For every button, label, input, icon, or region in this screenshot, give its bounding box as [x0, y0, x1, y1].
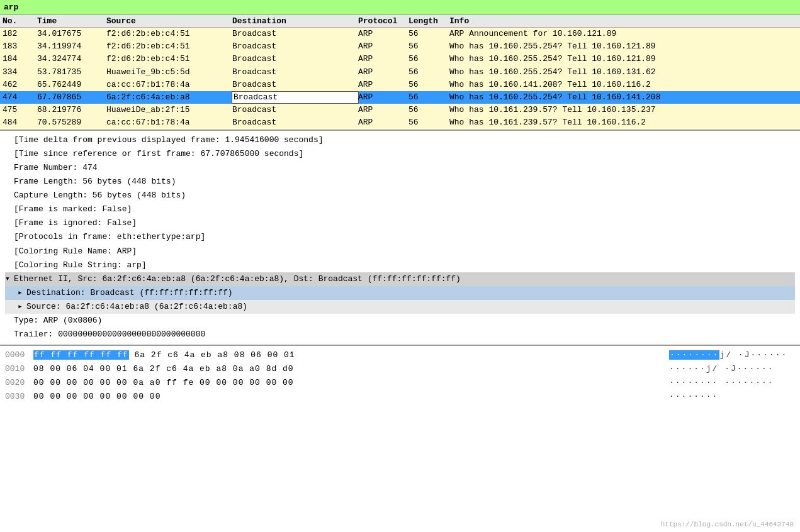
hex-bytes: 00 00 00 00 00 00 0a a0 ff fe 00 00 00 0… [33, 377, 669, 389]
detail-line: Frame Length: 56 bytes (448 bits) [5, 175, 795, 189]
hex-ascii: ······j/ ·J······ [669, 363, 795, 375]
pkt-no: 184 [3, 53, 37, 65]
detail-line: [Time delta from previous displayed fram… [5, 133, 795, 147]
sub-arrow-icon: ▸ [18, 287, 26, 299]
pkt-proto: ARP [358, 104, 408, 116]
pkt-time: 34.017675 [37, 28, 106, 40]
table-row[interactable]: 462 65.762449 ca:cc:67:b1:78:4a Broadcas… [0, 79, 800, 91]
packet-list: No. Time Source Destination Protocol Len… [0, 15, 800, 131]
pkt-proto: ARP [358, 41, 408, 52]
col-no-header: No. [3, 16, 37, 26]
pkt-info: ARP Announcement for 10.160.121.89 [449, 28, 797, 40]
filter-bar[interactable]: arp [0, 0, 800, 15]
detail-pane: [Time delta from previous displayed fram… [0, 131, 800, 346]
pkt-src: f2:d6:2b:eb:c4:51 [106, 53, 232, 65]
trailer-text: Trailer: 000000000000000000000000000000 [14, 330, 205, 339]
pkt-dst: Broadcast [232, 53, 358, 65]
hex-pane: 0000ff ff ff ff ff ff 6a 2f c6 4a eb a8 … [0, 346, 800, 407]
hex-bytes: 08 00 06 04 00 01 6a 2f c6 4a eb a8 0a a… [33, 363, 669, 375]
hex-ascii: ········ ········ [669, 377, 795, 389]
pkt-len: 56 [408, 67, 449, 78]
type-text: Type: ARP (0x0806) [14, 316, 102, 325]
table-row[interactable]: 184 34.324774 f2:d6:2b:eb:c4:51 Broadcas… [0, 53, 800, 65]
pkt-proto: ARP [358, 117, 408, 128]
pkt-src: HuaweiDe_ab:2f:15 [106, 104, 232, 116]
sub-items-container: ▸ Destination: Broadcast (ff:ff:ff:ff:ff… [5, 286, 795, 314]
pkt-proto: ARP [358, 28, 408, 40]
detail-line: [Frame is ignored: False] [5, 216, 795, 230]
pkt-dst: Broadcast [232, 79, 358, 91]
pkt-no: 462 [3, 79, 37, 91]
col-len-header: Length [408, 16, 449, 26]
table-row[interactable]: 475 68.219776 HuaweiDe_ab:2f:15 Broadcas… [0, 104, 800, 116]
col-time-header: Time [37, 16, 106, 26]
col-proto-header: Protocol [358, 16, 408, 26]
hex-offset: 0020 [5, 377, 33, 389]
pkt-info: Who has 10.161.239.57? Tell 10.160.135.2… [449, 104, 797, 116]
detail-lines: [Time delta from previous displayed fram… [5, 133, 795, 272]
detail-sub-item[interactable]: ▸ Destination: Broadcast (ff:ff:ff:ff:ff… [5, 286, 795, 300]
col-info-header: Info [449, 16, 797, 26]
filter-text: arp [4, 3, 18, 12]
hex-offset: 0010 [5, 363, 33, 375]
pkt-dst: Broadcast [232, 28, 358, 40]
pkt-info: Who has 10.161.239.57? Tell 10.160.116.2 [449, 117, 797, 128]
pkt-info: Who has 10.160.255.254? Tell 10.160.141.… [449, 92, 797, 103]
col-dst-header: Destination [232, 16, 358, 26]
pkt-proto: ARP [358, 53, 408, 65]
pkt-len: 56 [408, 28, 449, 40]
hex-row: 002000 00 00 00 00 00 0a a0 ff fe 00 00 … [5, 376, 795, 390]
table-row[interactable]: 334 53.781735 HuaweiTe_9b:c5:5d Broadcas… [0, 66, 800, 79]
sub-arrow-icon: ▸ [18, 301, 26, 313]
hex-offset: 0030 [5, 391, 33, 403]
pkt-dst: Broadcast [232, 117, 358, 128]
pkt-len: 56 [408, 53, 449, 65]
pkt-len: 56 [408, 104, 449, 116]
pkt-time: 34.324774 [37, 53, 106, 65]
detail-line: [Coloring Rule Name: ARP] [5, 245, 795, 258]
table-row[interactable]: 182 34.017675 f2:d6:2b:eb:c4:51 Broadcas… [0, 28, 800, 40]
hex-bytes: 00 00 00 00 00 00 00 00 [33, 391, 669, 403]
pkt-proto: ARP [358, 92, 408, 103]
table-row[interactable]: 183 34.119974 f2:d6:2b:eb:c4:51 Broadcas… [0, 40, 800, 53]
pkt-no: 474 [3, 92, 37, 103]
pkt-dst: Broadcast [232, 67, 358, 78]
hex-bytes: ff ff ff ff ff ff 6a 2f c6 4a eb a8 08 0… [33, 349, 669, 362]
pkt-no: 484 [3, 117, 37, 128]
hex-row: 003000 00 00 00 00 00 00 00········ [5, 390, 795, 404]
pkt-dst: Broadcast [232, 41, 358, 52]
column-headers: No. Time Source Destination Protocol Len… [0, 15, 800, 28]
pkt-info: Who has 10.160.255.254? Tell 10.160.121.… [449, 41, 797, 52]
trailer-line: Trailer: 000000000000000000000000000000 [5, 328, 795, 341]
hex-highlight: ········ [669, 350, 719, 360]
pkt-proto: ARP [358, 67, 408, 78]
ethernet-header-text: Ethernet II, Src: 6a:2f:c6:4a:eb:a8 (6a:… [14, 274, 461, 284]
pkt-src: ca:cc:67:b1:78:4a [106, 117, 232, 128]
ethernet-header[interactable]: ▾ Ethernet II, Src: 6a:2f:c6:4a:eb:a8 (6… [5, 272, 795, 286]
hex-ascii: ········j/ ·J······ [669, 349, 795, 362]
pkt-dst: Broadcast [232, 92, 358, 103]
pkt-time: 67.707865 [37, 92, 106, 103]
detail-sub-item[interactable]: ▸ Source: 6a:2f:c6:4a:eb:a8 (6a:2f:c6:4a… [5, 300, 795, 314]
hex-row: 001008 00 06 04 00 01 6a 2f c6 4a eb a8 … [5, 362, 795, 376]
detail-line: [Time since reference or first frame: 67… [5, 147, 795, 161]
pkt-time: 68.219776 [37, 104, 106, 116]
hex-row: 0000ff ff ff ff ff ff 6a 2f c6 4a eb a8 … [5, 348, 795, 362]
pkt-info: Who has 10.160.141.208? Tell 10.160.116.… [449, 79, 797, 91]
hex-ascii: ········ [669, 391, 795, 403]
hex-highlight: ff ff ff ff ff ff [33, 350, 129, 360]
pkt-len: 56 [408, 92, 449, 103]
pkt-no: 334 [3, 67, 37, 78]
table-row[interactable]: 474 67.707865 6a:2f:c6:4a:eb:a8 Broadcas… [0, 91, 800, 104]
detail-line: [Frame is marked: False] [5, 202, 795, 216]
table-row[interactable]: 484 70.575289 ca:cc:67:b1:78:4a Broadcas… [0, 116, 800, 129]
pkt-no: 475 [3, 104, 37, 116]
pkt-no: 182 [3, 28, 37, 40]
pkt-len: 56 [408, 41, 449, 52]
pkt-src: 6a:2f:c6:4a:eb:a8 [106, 92, 232, 103]
type-line: Type: ARP (0x0806) [5, 314, 795, 328]
pkt-time: 34.119974 [37, 41, 106, 52]
packet-rows-container: 182 34.017675 f2:d6:2b:eb:c4:51 Broadcas… [0, 28, 800, 130]
pkt-src: ca:cc:67:b1:78:4a [106, 79, 232, 91]
pkt-src: f2:d6:2b:eb:c4:51 [106, 28, 232, 40]
